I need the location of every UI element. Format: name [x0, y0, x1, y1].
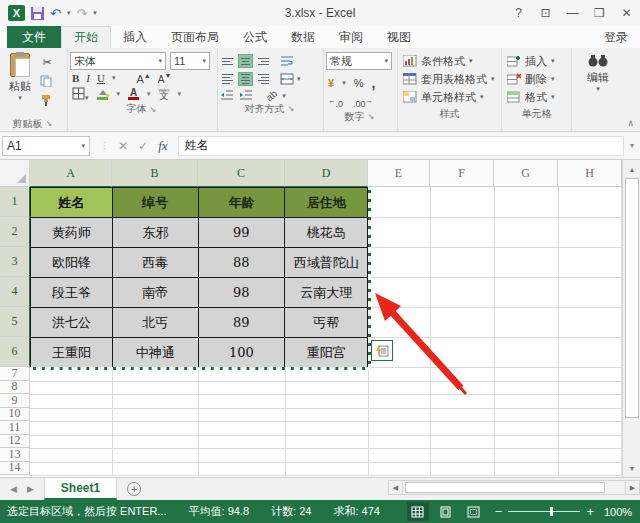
cell-b2[interactable]: 东邪	[113, 218, 199, 248]
cells-area[interactable]: 姓名 绰号 年龄 居住地 黄药师 东邪 99 桃花岛 欧阳锋 西毒 88 西域普…	[30, 187, 622, 476]
prev-sheet-icon[interactable]: ◀	[10, 484, 17, 494]
cell-c2[interactable]: 99	[199, 218, 286, 248]
enter-icon[interactable]: ✓	[138, 139, 148, 153]
name-box-dropdown-icon[interactable]: ▾	[81, 142, 85, 150]
tab-data[interactable]: 数据	[279, 26, 327, 48]
cell-a1-active[interactable]: 姓名	[31, 188, 113, 218]
tab-formulas[interactable]: 公式	[231, 26, 279, 48]
zoom-out-icon[interactable]: −	[495, 505, 503, 518]
column-header-a[interactable]: A	[30, 160, 112, 187]
alignment-dialog-launcher-icon[interactable]: ↘	[288, 104, 297, 113]
cell-d5[interactable]: 丐帮	[285, 308, 368, 338]
next-sheet-icon[interactable]: ▶	[27, 484, 34, 494]
close-button[interactable]: ✕	[613, 2, 640, 24]
paste-dropdown-icon[interactable]: ▾	[18, 94, 22, 102]
cell-b5[interactable]: 北丐	[113, 308, 199, 338]
cell-d2[interactable]: 桃花岛	[285, 218, 368, 248]
tab-file[interactable]: 文件	[7, 26, 61, 48]
zoom-in-icon[interactable]: +	[586, 505, 594, 518]
format-as-table-button[interactable]: 套用表格格式▾	[400, 70, 499, 88]
column-header-c[interactable]: C	[198, 160, 285, 187]
center-button[interactable]	[238, 72, 253, 86]
column-header-e[interactable]: E	[368, 160, 430, 187]
conditional-formatting-button[interactable]: 条件格式▾	[400, 52, 499, 70]
font-size-combo[interactable]: 11▾	[170, 52, 210, 70]
editing-dropdown-icon[interactable]: ▾	[596, 85, 600, 93]
decrease-decimal-button[interactable]: .00→	[353, 96, 373, 109]
cell-a2[interactable]: 黄药师	[31, 218, 113, 248]
cell-b4[interactable]: 南帝	[113, 278, 199, 308]
sheet-tab-sheet1[interactable]: Sheet1	[44, 478, 117, 500]
align-right-button[interactable]	[256, 72, 271, 86]
tab-view[interactable]: 视图	[375, 26, 423, 48]
align-top-button[interactable]	[220, 54, 235, 68]
align-bottom-button[interactable]	[256, 54, 271, 68]
delete-cells-button[interactable]: 删除▾	[504, 70, 569, 88]
row-header-14[interactable]: 14	[0, 462, 30, 476]
column-header-h[interactable]: H	[558, 160, 622, 187]
page-break-view-button[interactable]	[463, 502, 485, 521]
zoom-slider-thumb[interactable]	[550, 507, 553, 516]
row-header-3[interactable]: 3	[0, 247, 30, 277]
merge-dropdown-icon[interactable]: ▾	[297, 75, 301, 83]
expand-formula-bar-icon[interactable]: ▾	[624, 141, 640, 150]
cell-a3[interactable]: 欧阳锋	[31, 248, 113, 278]
phonetic-dropdown-icon[interactable]: ▾	[178, 90, 182, 98]
accounting-format-button[interactable]: ¥	[328, 77, 334, 89]
font-name-combo[interactable]: 宋体▾	[70, 52, 166, 70]
cell-a6[interactable]: 王重阳	[31, 338, 113, 368]
format-cells-button[interactable]: 格式▾	[504, 88, 569, 106]
cell-d6[interactable]: 重阳宫	[285, 338, 368, 368]
underline-button[interactable]: U	[97, 72, 105, 84]
name-box[interactable]: A1 ▾	[2, 136, 90, 156]
page-layout-view-button[interactable]	[435, 502, 457, 521]
underline-dropdown-icon[interactable]: ▾	[112, 74, 116, 82]
merge-center-icon[interactable]	[280, 73, 294, 85]
cell-b3[interactable]: 西毒	[113, 248, 199, 278]
cell-c5[interactable]: 89	[199, 308, 286, 338]
editing-button[interactable]: 编辑 ▾	[574, 50, 622, 93]
zoom-level[interactable]: 100%	[604, 506, 640, 518]
grow-font-button[interactable]: A▲	[136, 72, 150, 85]
tab-review[interactable]: 审阅	[327, 26, 375, 48]
cell-c3[interactable]: 88	[199, 248, 286, 278]
excel-logo-icon[interactable]: X	[8, 5, 25, 21]
cell-a5[interactable]: 洪七公	[31, 308, 113, 338]
shrink-font-button[interactable]: A▼	[158, 72, 172, 85]
collapse-ribbon-icon[interactable]: ∧	[627, 118, 634, 128]
redo-icon[interactable]: ↷	[76, 6, 87, 21]
column-header-g[interactable]: G	[494, 160, 558, 187]
cell-b6[interactable]: 中神通	[113, 338, 199, 368]
middle-align-button[interactable]	[238, 54, 253, 68]
insert-function-icon[interactable]: fx	[158, 138, 167, 154]
formula-input[interactable]: 姓名	[178, 136, 624, 156]
cell-d3[interactable]: 西域普陀山	[285, 248, 368, 278]
scroll-down-icon[interactable]: ▼	[624, 460, 640, 476]
vertical-scrollbar[interactable]: ▲ ▼	[622, 160, 640, 477]
increase-decimal-button[interactable]: ←.0	[328, 96, 343, 109]
fill-color-button[interactable]	[97, 89, 109, 100]
number-dialog-launcher-icon[interactable]: ↘	[368, 112, 377, 121]
font-color-dropdown-icon[interactable]: ▾	[147, 90, 151, 98]
row-header-1[interactable]: 1	[0, 187, 30, 217]
row-header-2[interactable]: 2	[0, 217, 30, 247]
clipboard-dialog-launcher-icon[interactable]: ↘	[46, 119, 55, 128]
cancel-icon[interactable]: ✕	[118, 139, 128, 153]
wrap-text-icon[interactable]	[280, 55, 294, 67]
column-header-b[interactable]: B	[112, 160, 198, 187]
comma-style-button[interactable]: ,	[371, 75, 375, 91]
increase-indent-icon[interactable]	[239, 90, 253, 101]
column-header-d[interactable]: D	[285, 160, 368, 187]
undo-dropdown-icon[interactable]: ▾	[67, 9, 71, 17]
decrease-indent-icon[interactable]	[220, 90, 234, 101]
vertical-scrollbar-thumb[interactable]	[625, 178, 639, 418]
tab-home[interactable]: 开始	[61, 26, 111, 48]
cell-b1[interactable]: 绰号	[113, 188, 199, 218]
save-icon[interactable]	[31, 7, 44, 20]
copy-button[interactable]	[38, 73, 56, 89]
bold-button[interactable]: B	[72, 72, 79, 84]
scroll-right-icon[interactable]: ▶	[625, 480, 640, 495]
italic-button[interactable]: I	[86, 72, 90, 84]
scroll-left-icon[interactable]: ◀	[388, 480, 403, 495]
fill-color-dropdown-icon[interactable]: ▾	[117, 90, 121, 98]
